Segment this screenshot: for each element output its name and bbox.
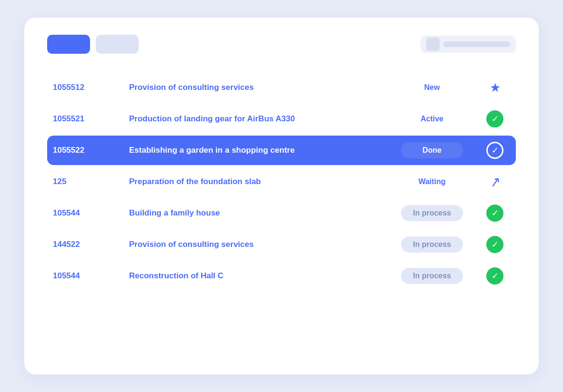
row-id: 125 <box>53 177 66 186</box>
row-name: Preparation of the foundation slab <box>129 177 261 186</box>
row-id: 1055522 <box>53 146 84 155</box>
row-name: Provision of consulting services <box>129 240 254 249</box>
status-badge: In process <box>401 236 463 253</box>
table-row[interactable]: 1055522Establishing a garden in a shoppi… <box>47 136 516 165</box>
row-name: Production of landing gear for AirBus A3… <box>129 114 295 123</box>
status-badge: Done <box>401 142 463 158</box>
status-badge: Waiting <box>401 174 463 190</box>
check-outline-icon[interactable]: ✓ <box>486 142 503 159</box>
trending-icon[interactable]: ↗ <box>488 173 502 190</box>
table-row[interactable]: 1055512Provision of consulting servicesN… <box>47 73 516 102</box>
search-fill <box>443 41 510 47</box>
status-badge: New <box>401 79 463 96</box>
secondary-button[interactable] <box>96 35 139 54</box>
row-id: 144522 <box>53 240 80 249</box>
star-icon[interactable]: ★ <box>490 80 501 95</box>
row-id: 105544 <box>53 208 80 217</box>
table-row[interactable]: 105544Reconstruction of Hall CIn process… <box>47 261 516 291</box>
check-circle-icon[interactable]: ✓ <box>486 267 503 284</box>
check-circle-icon[interactable]: ✓ <box>486 110 503 127</box>
table-row[interactable]: 1055521Production of landing gear for Ai… <box>47 104 516 134</box>
table-container: 1055512Provision of consulting servicesN… <box>47 73 516 291</box>
row-name: Building a family house <box>129 208 220 217</box>
toolbar <box>47 35 516 54</box>
row-name: Reconstruction of Hall C <box>129 271 223 280</box>
row-id: 105544 <box>53 271 80 280</box>
row-id: 1055521 <box>53 114 84 123</box>
status-badge: In process <box>401 268 463 284</box>
table-row[interactable]: 125Preparation of the foundation slabWai… <box>47 167 516 196</box>
row-name: Establishing a garden in a shopping cent… <box>129 146 295 155</box>
main-card: 1055512Provision of consulting servicesN… <box>24 18 539 374</box>
status-badge: Active <box>401 111 463 127</box>
table-row[interactable]: 144522Provision of consulting servicesIn… <box>47 230 516 259</box>
search-icon <box>426 38 440 51</box>
row-name: Provision of consulting services <box>129 83 254 92</box>
table-row[interactable]: 105544Building a family houseIn process✓ <box>47 198 516 228</box>
check-circle-icon[interactable]: ✓ <box>486 205 503 222</box>
status-badge: In process <box>401 205 463 221</box>
search-box[interactable] <box>421 36 516 53</box>
row-id: 1055512 <box>53 83 84 92</box>
check-circle-icon[interactable]: ✓ <box>486 236 503 253</box>
primary-button[interactable] <box>47 35 90 54</box>
